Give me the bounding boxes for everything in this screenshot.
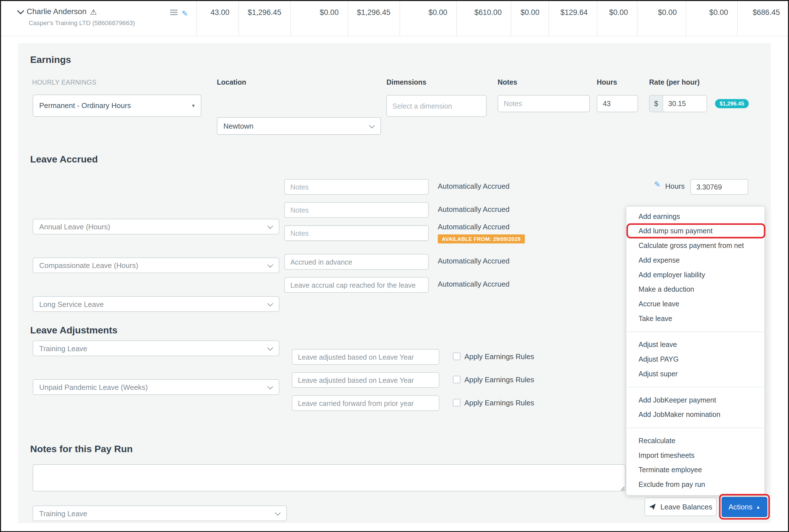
apply-earnings-rules-label: Apply Earnings Rules: [465, 376, 534, 384]
employee-totals-row: 43.00 $1,296.45 $0.00 $1,296.45 $0.00 $6…: [196, 0, 789, 36]
leave-category-select[interactable]: Training Leave: [33, 340, 279, 356]
location-select[interactable]: Newtown: [217, 117, 381, 135]
leave-status-text: Automatically Accrued: [438, 205, 509, 213]
leave-status-text: Automatically Accrued: [438, 223, 509, 231]
total-cell: $0.00: [637, 0, 686, 36]
menu-item-accrue-leave[interactable]: Accrue leave: [626, 297, 765, 311]
employee-expander-chevron-icon[interactable]: [17, 7, 24, 14]
menu-item-calculate-gross-payment-from-net[interactable]: Calculate gross payment from net: [626, 239, 765, 253]
leave-accrued-section-title: Leave Accrued: [30, 154, 98, 165]
employee-name: Charlie Anderson: [27, 7, 87, 16]
total-cell: $610.00: [456, 0, 511, 36]
leave-notes-input[interactable]: [284, 179, 429, 195]
leave-adjustments-section-title: Leave Adjustments: [30, 325, 117, 336]
menu-item-add-expense[interactable]: Add expense: [626, 253, 765, 268]
caret-down-icon: ▾: [192, 102, 195, 109]
leave-notes-input[interactable]: [284, 254, 429, 269]
hourly-earnings-label: HOURLY EARNINGS: [32, 78, 96, 86]
total-cell: $0.00: [511, 0, 549, 36]
timesheet-list-icon[interactable]: [170, 8, 178, 18]
leave-status-text: Automatically Accrued: [438, 182, 509, 190]
apply-earnings-rules-checkbox[interactable]: [453, 399, 461, 406]
adjustment-notes-input[interactable]: [292, 372, 439, 388]
apply-earnings-rules-checkbox[interactable]: [453, 353, 461, 360]
paper-plane-icon: [649, 503, 656, 511]
leave-notes-input[interactable]: [284, 225, 429, 241]
menu-divider: [626, 428, 765, 428]
warning-icon[interactable]: ⚠: [90, 8, 97, 16]
leave-hours-input[interactable]: [690, 179, 748, 195]
menu-item-add-lump-sum-payment[interactable]: Add lump sum payment: [626, 224, 765, 239]
chevron-down-icon: [275, 510, 281, 515]
menu-item-terminate-employee[interactable]: Terminate employee: [626, 463, 765, 478]
chevron-down-icon: [267, 345, 273, 350]
menu-item-take-leave[interactable]: Take leave: [626, 311, 765, 326]
leave-category-select[interactable]: Unpaid Pandemic Leave (Weeks): [33, 379, 279, 395]
chevron-down-icon: [267, 383, 273, 389]
earnings-notes-input[interactable]: [498, 95, 590, 112]
leave-balances-button[interactable]: Leave Balances: [644, 498, 716, 516]
leave-status-text: Automatically Accrued: [438, 280, 509, 288]
total-cell: $1,296.45: [239, 0, 290, 36]
menu-divider: [626, 387, 765, 387]
menu-item-recalculate[interactable]: Recalculate: [626, 434, 765, 448]
employee-summary-bar: Charlie Anderson ⚠ Casper's Training LTD…: [0, 0, 789, 36]
pay-category-select[interactable]: Permanent - Ordinary Hours ▾: [33, 95, 201, 116]
pay-run-notes-section-title: Notes for this Pay Run: [30, 444, 133, 455]
menu-item-adjust-payg[interactable]: Adjust PAYG: [626, 352, 765, 367]
rate-input-group: $: [649, 95, 707, 112]
edit-hours-pencil-icon[interactable]: ✎: [654, 180, 660, 188]
menu-item-adjust-super[interactable]: Adjust super: [626, 367, 765, 381]
apply-earnings-rules-label: Apply Earnings Rules: [465, 353, 534, 361]
currency-prefix: $: [650, 96, 663, 112]
adjustment-notes-input[interactable]: [292, 349, 439, 365]
leave-category-select[interactable]: Long Service Leave: [33, 296, 279, 312]
caret-up-icon: ▲: [756, 505, 760, 509]
leave-status-text: Automatically Accrued: [438, 257, 509, 265]
menu-item-adjust-leave[interactable]: Adjust leave: [626, 338, 765, 352]
adjustment-notes-input[interactable]: [292, 396, 439, 411]
menu-item-add-earnings[interactable]: Add earnings: [626, 209, 765, 224]
dimension-input[interactable]: [386, 95, 487, 117]
rate-input[interactable]: [663, 96, 706, 112]
earnings-hours-input[interactable]: [597, 95, 638, 112]
apply-earnings-rules-label: Apply Earnings Rules: [465, 399, 534, 407]
menu-divider: [626, 331, 765, 332]
chevron-down-icon: [369, 122, 375, 128]
menu-item-exclude-from-pay-run[interactable]: Exclude from pay run: [626, 477, 765, 492]
leave-notes-input[interactable]: [284, 277, 429, 293]
leave-hours-label: Hours: [665, 182, 684, 190]
actions-menu: Add earnings Add lump sum payment Calcul…: [626, 206, 765, 495]
total-cell: 43.00: [196, 0, 239, 36]
actions-button[interactable]: Actions ▲: [721, 497, 767, 517]
chevron-down-icon: [267, 262, 273, 267]
chevron-down-icon: [267, 300, 273, 306]
chevron-down-icon: [267, 223, 273, 228]
apply-earnings-rules-checkbox[interactable]: [453, 376, 461, 383]
total-cell: $0.00: [597, 0, 637, 36]
menu-item-add-jobmaker-nomination[interactable]: Add JobMaker nomination: [626, 407, 765, 422]
menu-item-make-a-deduction[interactable]: Make a deduction: [626, 282, 765, 297]
total-cell: $0.00: [686, 0, 737, 36]
adjustment-category-select[interactable]: Training Leave: [33, 506, 287, 521]
total-cell: $1,296.45: [347, 0, 399, 36]
leave-notes-input[interactable]: [284, 202, 429, 218]
total-cell: $0.00: [290, 0, 347, 36]
leave-category-select[interactable]: Annual Leave (Hours): [33, 219, 279, 234]
location-column-label: Location: [217, 78, 246, 86]
menu-item-import-timesheets[interactable]: Import timesheets: [626, 448, 765, 463]
dimensions-column-label: Dimensions: [386, 78, 426, 86]
edit-pencil-icon[interactable]: ✎: [182, 9, 188, 17]
employee-company: Casper's Training LTD (58606879663): [29, 20, 135, 27]
pay-run-notes-textarea[interactable]: [33, 464, 626, 491]
earnings-section-title: Earnings: [30, 54, 71, 65]
leave-category-select[interactable]: Compassionate Leave (Hours): [33, 258, 279, 273]
menu-item-add-jobkeeper-payment[interactable]: Add JobKeeper payment: [626, 393, 765, 407]
hours-column-label: Hours: [597, 78, 617, 86]
total-cell: $129.64: [549, 0, 597, 36]
total-cell: $0.00: [399, 0, 456, 36]
total-cell: $686.45: [737, 0, 789, 36]
earnings-total-badge: $1,296.45: [715, 99, 749, 108]
menu-item-add-employer-liability[interactable]: Add employer liability: [626, 268, 765, 282]
available-from-badge: AVAILABLE FROM: 29/09/2029: [438, 234, 525, 243]
